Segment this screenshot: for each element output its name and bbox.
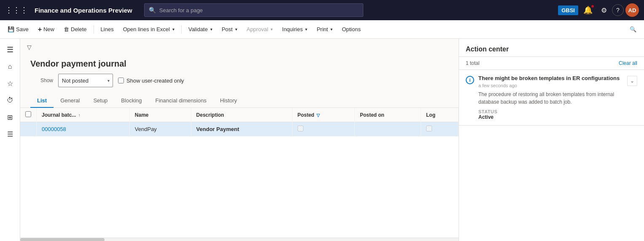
org-badge[interactable]: GBSI	[558, 5, 578, 15]
row-check	[20, 122, 37, 137]
journal-table: Journal batc... ↑ Name Description Poste…	[20, 108, 459, 137]
show-dropdown-wrapper: Not posted All Posted ▾	[58, 74, 113, 87]
table-row[interactable]: 00000058 VendPay Vendor Payment	[20, 122, 459, 137]
row-posted-on	[354, 122, 421, 137]
left-sidebar: ☰ ⌂ ☆ ⏱ ⊞ ☰	[0, 39, 20, 241]
status-value: Active	[478, 114, 623, 120]
separator-1	[94, 25, 94, 34]
action-center-header: Action center	[459, 39, 644, 57]
validate-button[interactable]: Validate ▾	[184, 24, 217, 35]
action-center: Action center 1 total Clear all i There …	[459, 39, 644, 241]
scrollbar-track[interactable]	[20, 238, 459, 241]
tab-history[interactable]: History	[213, 94, 244, 108]
status-label: STATUS	[478, 109, 623, 114]
col-journal-batch[interactable]: Journal batc... ↑	[37, 108, 130, 122]
col-posted-on[interactable]: Posted on	[354, 108, 421, 122]
search-bar[interactable]: 🔍 Search for a page	[144, 3, 363, 17]
inquiries-button[interactable]: Inquiries ▾	[278, 24, 311, 35]
action-center-meta: 1 total Clear all	[459, 57, 644, 70]
table-container[interactable]: Journal batc... ↑ Name Description Poste…	[20, 108, 459, 238]
validate-chevron-icon: ▾	[210, 27, 212, 32]
tab-financial-dimensions[interactable]: Financial dimensions	[149, 94, 213, 108]
action-center-title: Action center	[466, 46, 509, 53]
main-layout: ☰ ⌂ ☆ ⏱ ⊞ ☰ ▽ Vendor payment journal Sho…	[0, 39, 644, 241]
save-icon: 💾	[8, 26, 14, 32]
notif-title: There might be broken templates in ER co…	[478, 75, 623, 81]
new-icon: +	[38, 26, 42, 33]
grid-icon[interactable]: ⋮⋮⋮	[5, 5, 28, 15]
row-journal-batch[interactable]: 00000058	[37, 122, 130, 137]
tabs-bar: List General Setup Blocking Financial di…	[20, 94, 459, 108]
row-log	[421, 122, 459, 137]
sidebar-item-menu[interactable]: ☰	[3, 42, 18, 57]
tab-list[interactable]: List	[30, 94, 54, 108]
open-lines-chevron-icon: ▾	[172, 27, 174, 32]
notification-card: i There might be broken templates in ER …	[459, 70, 644, 126]
post-button[interactable]: Post ▾	[217, 24, 241, 35]
approval-chevron-icon: ▾	[271, 27, 273, 32]
col-name[interactable]: Name	[129, 108, 191, 122]
show-dropdown[interactable]: Not posted All Posted	[58, 74, 113, 87]
row-description: Vendor Payment	[191, 122, 292, 137]
sidebar-item-recent[interactable]: ⏱	[3, 93, 18, 108]
help-button[interactable]: ?	[612, 4, 624, 16]
post-chevron-icon: ▾	[235, 27, 237, 32]
sidebar-item-modules[interactable]: ☰	[3, 126, 18, 142]
approval-button[interactable]: Approval ▾	[242, 24, 277, 35]
print-button[interactable]: Print ▾	[312, 24, 337, 35]
show-user-created-checkbox[interactable]	[118, 78, 124, 83]
new-button[interactable]: + New	[34, 23, 59, 36]
page-title: Vendor payment journal	[30, 59, 448, 69]
clear-all-button[interactable]: Clear all	[619, 60, 637, 66]
sidebar-item-favorites[interactable]: ☆	[3, 76, 18, 91]
delete-button[interactable]: 🗑 Delete	[59, 24, 91, 35]
sort-icon: ↑	[78, 113, 80, 118]
page-header: Vendor payment journal Show Not posted A…	[20, 52, 459, 94]
app-title: Finance and Operations Preview	[35, 7, 132, 14]
notifications-button[interactable]: 🔔	[580, 3, 596, 17]
lines-button[interactable]: Lines	[97, 24, 118, 35]
show-label: Show	[40, 78, 53, 83]
col-log[interactable]: Log	[421, 108, 459, 122]
select-all-checkbox[interactable]	[25, 111, 31, 117]
open-lines-excel-button[interactable]: Open lines in Excel ▾	[119, 24, 179, 35]
separator-2	[181, 25, 182, 34]
print-chevron-icon: ▾	[330, 27, 333, 32]
delete-icon: 🗑	[64, 26, 69, 32]
sidebar-item-home[interactable]: ⌂	[3, 59, 18, 74]
tab-setup[interactable]: Setup	[86, 94, 114, 108]
show-user-created-label[interactable]: Show user-created only	[118, 78, 184, 84]
col-description[interactable]: Description	[191, 108, 292, 122]
search-icon: 🔍	[149, 7, 156, 13]
save-button[interactable]: 💾 Save	[3, 24, 33, 35]
col-check	[20, 108, 37, 122]
notif-header: i There might be broken templates in ER …	[466, 75, 637, 120]
avatar[interactable]: AD	[625, 3, 639, 17]
status-section: STATUS Active	[478, 109, 623, 120]
content-area: ▽ Vendor payment journal Show Not posted…	[20, 39, 459, 241]
log-checkbox[interactable]	[426, 126, 432, 131]
scrollbar-thumb[interactable]	[20, 238, 105, 241]
toolbar-search-button[interactable]: 🔍	[625, 24, 641, 35]
filter-icon[interactable]: ▽	[27, 44, 32, 51]
settings-button[interactable]: ⚙	[598, 4, 610, 17]
col-posted[interactable]: Posted ▽	[292, 108, 354, 122]
tab-blocking[interactable]: Blocking	[114, 94, 148, 108]
topbar: ⋮⋮⋮ Finance and Operations Preview 🔍 Sea…	[0, 0, 644, 20]
posted-checkbox[interactable]	[298, 126, 303, 131]
posted-filter-icon[interactable]: ▽	[317, 113, 320, 118]
row-posted	[292, 122, 354, 137]
inquiries-chevron-icon: ▾	[305, 27, 307, 32]
tab-general[interactable]: General	[54, 94, 86, 108]
notif-body: The procedure of restoring all broken te…	[478, 91, 623, 106]
sidebar-item-workspaces[interactable]: ⊞	[3, 110, 18, 125]
topbar-right: GBSI 🔔 ⚙ ? AD	[558, 3, 639, 17]
info-icon: i	[466, 76, 474, 84]
total-badge: 1 total	[466, 60, 480, 66]
collapse-button[interactable]: ⌄	[627, 76, 637, 86]
filter-bar: Show Not posted All Posted ▾ Show user-c…	[30, 74, 448, 91]
options-button[interactable]: Options	[338, 24, 365, 35]
notif-content: There might be broken templates in ER co…	[478, 75, 623, 120]
toolbar: 💾 Save + New 🗑 Delete Lines Open lines i…	[0, 20, 644, 39]
row-name: VendPay	[129, 122, 191, 137]
